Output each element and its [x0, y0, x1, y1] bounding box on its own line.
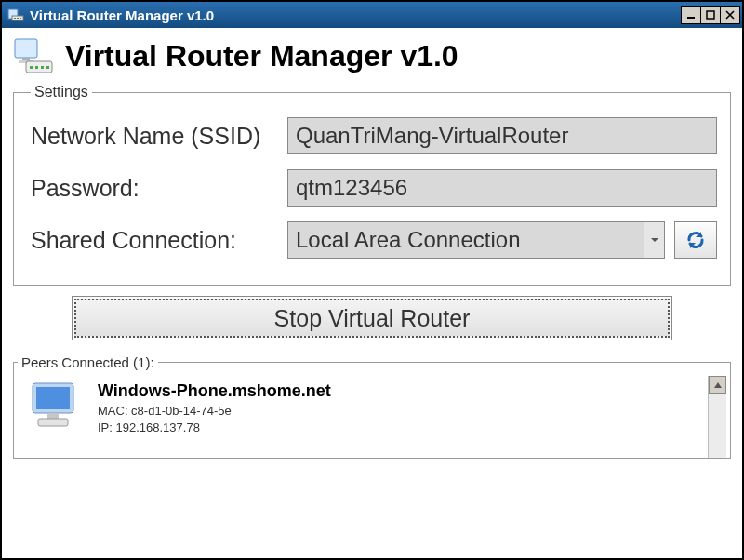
svg-rect-3: [17, 18, 19, 19]
window-title: Virtual Router Manager v1.0: [30, 7, 681, 23]
ssid-label: Network Name (SSID): [31, 123, 287, 150]
svg-rect-2: [14, 18, 16, 19]
svg-rect-17: [47, 413, 59, 419]
peer-ip: IP: 192.168.137.78: [98, 420, 331, 436]
shared-connection-label: Shared Connection:: [31, 227, 287, 254]
svg-rect-18: [38, 419, 68, 426]
computer-icon: [25, 380, 85, 432]
peers-legend: Peers Connected (1):: [18, 354, 158, 370]
svg-rect-13: [41, 66, 44, 69]
close-button[interactable]: [720, 6, 740, 24]
window-controls: [681, 6, 740, 24]
stop-virtual-router-button[interactable]: Stop Virtual Router: [74, 299, 670, 338]
password-label: Password:: [31, 175, 287, 202]
peer-mac: MAC: c8-d1-0b-14-74-5e: [98, 403, 331, 420]
refresh-button[interactable]: [674, 221, 717, 259]
app-title: Virtual Router Manager v1.0: [65, 39, 458, 73]
svg-rect-6: [707, 11, 714, 19]
peer-info: Windows-Phone.mshome.net MAC: c8-d1-0b-1…: [98, 380, 331, 435]
chevron-down-icon[interactable]: [644, 222, 664, 258]
settings-group: Settings Network Name (SSID) Password: S…: [13, 84, 731, 286]
titlebar: Virtual Router Manager v1.0: [2, 2, 742, 28]
peer-hostname: Windows-Phone.mshome.net: [98, 381, 331, 401]
peers-scrollbar[interactable]: [708, 376, 726, 458]
settings-legend: Settings: [31, 84, 92, 100]
app-titlebar-icon: [7, 7, 24, 23]
ssid-input[interactable]: [287, 117, 717, 154]
client-area: Virtual Router Manager v1.0 Settings Net…: [2, 28, 742, 558]
minimize-button[interactable]: [681, 6, 701, 24]
svg-rect-5: [687, 17, 695, 19]
svg-rect-7: [15, 39, 37, 58]
shared-connection-dropdown[interactable]: Local Area Connection: [287, 221, 665, 259]
ssid-row: Network Name (SSID): [31, 117, 717, 154]
svg-rect-12: [35, 66, 38, 69]
svg-rect-4: [20, 18, 21, 19]
app-window: Virtual Router Manager v1.0: [0, 0, 744, 560]
password-input[interactable]: [287, 169, 717, 207]
svg-rect-11: [30, 66, 33, 69]
list-item[interactable]: Windows-Phone.mshome.net MAC: c8-d1-0b-1…: [25, 380, 700, 435]
scroll-track[interactable]: [709, 394, 726, 458]
maximize-button[interactable]: [700, 6, 721, 24]
svg-rect-14: [46, 66, 49, 69]
svg-rect-16: [36, 387, 70, 409]
shared-connection-selected: Local Area Connection: [288, 222, 644, 258]
scroll-up-button[interactable]: [709, 376, 726, 394]
peers-list: Windows-Phone.mshome.net MAC: c8-d1-0b-1…: [18, 376, 708, 458]
shared-row: Shared Connection: Local Area Connection: [31, 221, 717, 259]
password-row: Password:: [31, 169, 717, 207]
app-logo-icon: [13, 35, 54, 76]
peers-group: Peers Connected (1): W: [13, 354, 731, 459]
svg-rect-8: [22, 58, 30, 60]
app-header: Virtual Router Manager v1.0: [13, 35, 731, 76]
refresh-icon: [684, 228, 708, 252]
